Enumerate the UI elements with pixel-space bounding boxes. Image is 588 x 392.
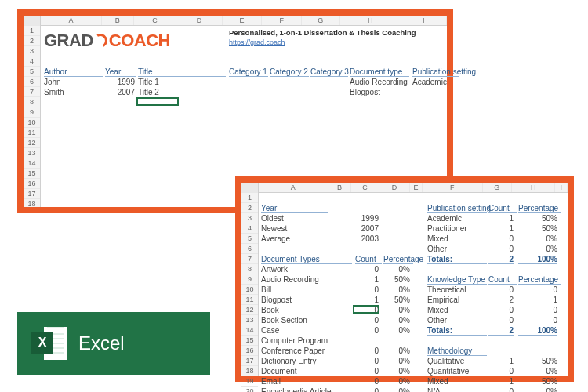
row-header[interactable]: 8: [24, 97, 40, 107]
hdr-methodology[interactable]: Methodology: [427, 346, 487, 356]
cell[interactable]: 0%: [383, 325, 410, 336]
cell[interactable]: 50%: [518, 356, 557, 366]
cell[interactable]: 2: [488, 254, 514, 264]
cell[interactable]: 100%: [518, 254, 557, 264]
cell[interactable]: Mixed: [427, 376, 448, 387]
column-header[interactable]: I: [555, 183, 568, 192]
cell[interactable]: Newest: [261, 223, 287, 234]
hdr-pubset[interactable]: Publication setting: [427, 203, 487, 213]
row-header[interactable]: 13: [241, 315, 258, 325]
cell[interactable]: 0: [355, 387, 379, 392]
row-header[interactable]: 15: [24, 169, 40, 179]
cell[interactable]: Other: [427, 244, 447, 254]
row-header[interactable]: 14: [241, 325, 258, 336]
cell[interactable]: Other: [427, 315, 447, 325]
cell[interactable]: 2007: [355, 223, 379, 234]
site-link[interactable]: https://grad.coach: [229, 38, 285, 48]
row-header[interactable]: 2: [241, 203, 258, 213]
cell[interactable]: 0%: [383, 387, 410, 392]
cell-title[interactable]: Title 1: [138, 77, 159, 87]
cell[interactable]: Encyclopedia Article: [261, 387, 332, 392]
cell[interactable]: 0: [488, 285, 514, 295]
cell-doctype[interactable]: Audio Recording: [350, 77, 408, 87]
row-header[interactable]: 14: [24, 158, 40, 169]
cell[interactable]: 0%: [383, 264, 410, 274]
column-header[interactable]: F: [423, 183, 483, 192]
cell[interactable]: 0: [355, 264, 379, 274]
cell-area[interactable]: YearOldest1999Newest2007Average2003Publi…: [259, 193, 568, 376]
cell[interactable]: 0: [488, 234, 514, 244]
cell[interactable]: Oldest: [261, 213, 284, 223]
cell[interactable]: 0: [355, 356, 379, 366]
cell-author[interactable]: Smith: [44, 87, 64, 97]
row-header[interactable]: 17: [241, 356, 258, 366]
column-header[interactable]: G: [302, 16, 340, 25]
cell[interactable]: 0: [488, 305, 514, 315]
cell[interactable]: Book Section: [261, 315, 307, 325]
cell-pubset[interactable]: Academic: [412, 77, 447, 87]
cell[interactable]: Dictionary Entry: [261, 356, 317, 366]
cell[interactable]: 0: [488, 387, 514, 392]
cell[interactable]: 0%: [383, 346, 410, 356]
cell[interactable]: 50%: [383, 274, 410, 285]
cell[interactable]: Count: [488, 203, 517, 213]
cell[interactable]: Empirical: [427, 295, 459, 305]
row-header[interactable]: 19: [241, 376, 258, 387]
cell[interactable]: 0: [355, 366, 379, 376]
row-header[interactable]: 6: [241, 244, 258, 254]
row-header[interactable]: 18: [24, 199, 40, 209]
row-header[interactable]: 9: [24, 107, 40, 118]
column-header[interactable]: C: [134, 16, 177, 25]
cell[interactable]: 1: [355, 295, 379, 305]
row-header[interactable]: 4: [241, 223, 258, 234]
cell[interactable]: 0: [355, 325, 379, 336]
cell[interactable]: 1999: [355, 213, 379, 223]
cell[interactable]: Mixed: [427, 305, 448, 315]
row-header[interactable]: 8: [241, 264, 258, 274]
cell[interactable]: 1: [488, 376, 514, 387]
cell[interactable]: 0%: [383, 356, 410, 366]
cell[interactable]: 0%: [518, 234, 557, 244]
cell[interactable]: 0%: [518, 387, 557, 392]
column-header[interactable]: E: [223, 16, 263, 25]
row-header[interactable]: 5: [24, 67, 40, 77]
row-header[interactable]: 7: [241, 254, 258, 264]
cell[interactable]: 0%: [518, 366, 557, 376]
cell[interactable]: Count: [355, 254, 382, 264]
row-header[interactable]: 16: [241, 346, 258, 356]
column-header[interactable]: C: [351, 183, 379, 192]
cell[interactable]: 0: [488, 244, 514, 254]
cell[interactable]: Document: [261, 366, 297, 376]
column-header[interactable]: G: [483, 183, 512, 192]
totals[interactable]: Totals:: [427, 254, 487, 264]
cell[interactable]: 0: [488, 366, 514, 376]
cell[interactable]: 0: [355, 285, 379, 295]
cell[interactable]: 0: [355, 376, 379, 387]
cell[interactable]: Blogpost: [261, 295, 292, 305]
cell[interactable]: 100%: [518, 325, 557, 336]
cell[interactable]: 1: [355, 274, 379, 285]
column-header[interactable]: A: [41, 16, 102, 25]
cell[interactable]: Percentage: [383, 254, 413, 264]
cell[interactable]: Audio Recording: [261, 274, 319, 285]
row-header[interactable]: 7: [24, 87, 40, 97]
row-header[interactable]: 11: [241, 295, 258, 305]
row-header[interactable]: 18: [241, 366, 258, 376]
hdr-year[interactable]: Year: [261, 203, 328, 213]
row-header[interactable]: 3: [241, 213, 258, 223]
cell[interactable]: Average: [261, 234, 290, 244]
cell[interactable]: Percentage: [518, 274, 561, 285]
row-header[interactable]: 2: [24, 36, 40, 46]
hdr-doctypes[interactable]: Document Types: [261, 254, 352, 264]
cell-title[interactable]: Title 2: [138, 87, 159, 97]
row-header[interactable]: 15: [241, 336, 258, 346]
row-header[interactable]: 3: [24, 46, 40, 56]
active-cell[interactable]: [353, 305, 379, 314]
row-header[interactable]: 11: [24, 128, 40, 138]
row-header[interactable]: 4: [24, 56, 40, 67]
cell[interactable]: 1: [488, 213, 514, 223]
cell[interactable]: Book: [261, 305, 279, 315]
cell-doctype[interactable]: Blogpost: [350, 87, 380, 97]
cell[interactable]: Computer Program: [261, 336, 328, 346]
cell[interactable]: Artwork: [261, 264, 288, 274]
